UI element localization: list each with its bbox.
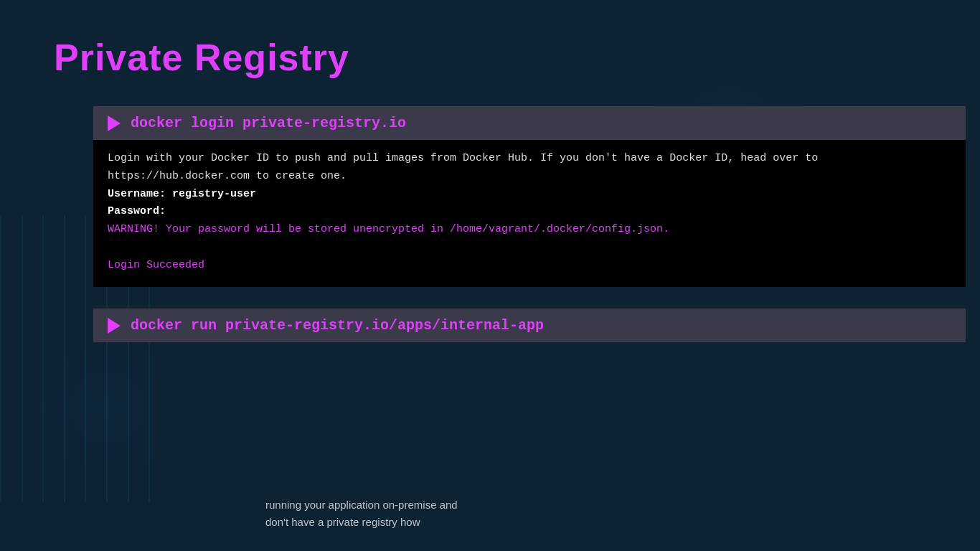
output-line-success: Login Succeeded [108,257,951,275]
output-line [108,239,951,257]
output-line: Password: [108,203,951,221]
terminal-block-2: docker run private-registry.io/apps/inte… [93,309,966,342]
subtitle-block: running your application on-premise and … [265,496,458,531]
output-line: Login with your Docker ID to push and pu… [108,150,951,168]
terminal-output-1: Login with your Docker ID to push and pu… [93,140,966,287]
subtitle-line-1: running your application on-premise and [265,496,458,514]
subtitle-line-2: don't have a private registry how [265,514,458,531]
output-line: Username: registry-user [108,186,951,204]
terminal-block-1: docker login private-registry.io Login w… [93,106,966,287]
output-line-warning: WARNING! Your password will be stored un… [108,221,951,239]
command-text-2: docker run private-registry.io/apps/inte… [131,317,544,334]
command-text-1: docker login private-registry.io [131,115,406,131]
command-bar-1: docker login private-registry.io [93,106,966,140]
play-icon-1 [108,116,121,131]
page-title: Private Registry [54,36,349,79]
output-line: https://hub.docker.com to create one. [108,168,951,186]
play-icon-2 [108,318,121,334]
command-bar-2: docker run private-registry.io/apps/inte… [93,309,966,342]
